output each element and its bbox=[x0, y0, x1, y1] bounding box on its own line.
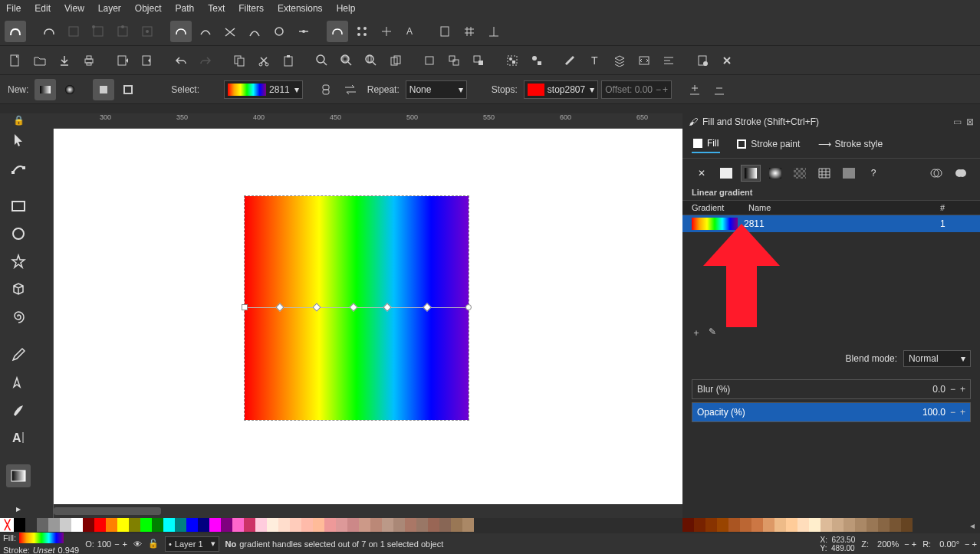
import-button[interactable] bbox=[112, 50, 133, 71]
group-button[interactable] bbox=[502, 50, 523, 71]
linear-gradient-button[interactable] bbox=[741, 165, 761, 182]
undo-button[interactable] bbox=[170, 50, 192, 71]
snap-others[interactable] bbox=[327, 21, 348, 42]
color-swatch[interactable] bbox=[439, 518, 451, 532]
snap-nodes[interactable] bbox=[170, 21, 192, 42]
new-linear-gradient-button[interactable] bbox=[35, 79, 56, 100]
color-swatch[interactable] bbox=[336, 518, 347, 532]
color-swatch[interactable] bbox=[428, 518, 439, 532]
text-dialog-button[interactable]: T bbox=[584, 50, 606, 71]
color-swatch[interactable] bbox=[855, 518, 867, 532]
ruler-horizontal[interactable]: 300 350 400 450 500 550 600 650 bbox=[54, 113, 682, 129]
color-swatch[interactable] bbox=[740, 518, 751, 532]
edit-gradient-button[interactable]: ✎ bbox=[709, 326, 716, 339]
color-swatch[interactable] bbox=[48, 518, 60, 532]
menu-view[interactable]: View bbox=[64, 3, 84, 14]
color-swatch[interactable] bbox=[728, 518, 740, 532]
ellipse-tool[interactable] bbox=[6, 222, 31, 245]
print-button[interactable] bbox=[78, 50, 100, 71]
select-original-button[interactable] bbox=[468, 50, 489, 71]
snap-page-border[interactable] bbox=[434, 21, 455, 42]
color-swatch[interactable] bbox=[175, 518, 186, 532]
rotation-control[interactable]: R: 0.00° − + bbox=[922, 539, 977, 549]
nonzero-button[interactable] bbox=[951, 165, 971, 182]
rectangle-tool[interactable] bbox=[6, 195, 31, 218]
color-swatch[interactable] bbox=[25, 518, 37, 532]
link-gradient-button[interactable] bbox=[315, 79, 337, 100]
color-swatch[interactable] bbox=[129, 518, 140, 532]
color-swatch[interactable] bbox=[809, 518, 821, 532]
export-button[interactable] bbox=[136, 50, 158, 71]
new-radial-gradient-button[interactable] bbox=[59, 79, 81, 100]
gradient-on-stroke-button[interactable] bbox=[117, 79, 139, 100]
star-tool[interactable] bbox=[6, 250, 31, 273]
layer-combo[interactable]: •Layer 1▾ bbox=[165, 536, 219, 552]
color-swatch[interactable] bbox=[106, 518, 117, 532]
panel-close-icon[interactable]: ⊠ bbox=[966, 116, 974, 127]
color-swatch[interactable] bbox=[209, 518, 221, 532]
add-gradient-button[interactable]: ＋ bbox=[692, 326, 701, 339]
ruler-vertical[interactable] bbox=[37, 129, 54, 518]
panel-minimize-icon[interactable]: ▭ bbox=[953, 116, 962, 127]
color-swatch[interactable] bbox=[705, 518, 717, 532]
color-swatch[interactable] bbox=[382, 518, 393, 532]
color-swatch[interactable] bbox=[901, 518, 913, 532]
snap-bbox-edge[interactable] bbox=[63, 21, 84, 42]
swatch-button[interactable] bbox=[839, 165, 859, 182]
color-swatch[interactable] bbox=[694, 518, 705, 532]
snap-bbox-corner[interactable] bbox=[87, 21, 109, 42]
snap-object-center[interactable] bbox=[351, 21, 373, 42]
snap-path-intersect[interactable] bbox=[219, 21, 241, 42]
zoom-control[interactable]: Z: 200% − + bbox=[861, 539, 916, 549]
blend-mode-combo[interactable]: Normal ▾ bbox=[903, 350, 971, 367]
color-swatch[interactable] bbox=[313, 518, 324, 532]
gradient-select-combo[interactable]: 2811 ▾ bbox=[224, 80, 303, 99]
tab-fill[interactable]: Fill bbox=[692, 135, 720, 153]
gradient-tool[interactable] bbox=[6, 464, 31, 487]
color-swatch[interactable] bbox=[60, 518, 71, 532]
menu-help[interactable]: Help bbox=[337, 3, 356, 14]
snap-bbox-center[interactable] bbox=[136, 21, 158, 42]
snap-cusp[interactable] bbox=[244, 21, 265, 42]
evenodd-button[interactable] bbox=[926, 165, 946, 182]
unlink-clone-button[interactable] bbox=[443, 50, 465, 71]
tab-stroke-paint[interactable]: Stroke paint bbox=[735, 135, 801, 153]
color-swatch[interactable] bbox=[832, 518, 844, 532]
gradient-list-row[interactable]: 2811 1 bbox=[682, 215, 980, 232]
fill-stroke-button[interactable] bbox=[560, 50, 581, 71]
mesh-button[interactable] bbox=[814, 165, 834, 182]
palette-menu-button[interactable]: ◂ bbox=[965, 518, 980, 533]
color-swatch[interactable] bbox=[278, 518, 290, 532]
color-swatch[interactable] bbox=[393, 518, 405, 532]
zoom-drawing-button[interactable] bbox=[336, 50, 357, 71]
color-swatch[interactable] bbox=[774, 518, 786, 532]
layers-button[interactable] bbox=[609, 50, 630, 71]
color-swatch[interactable] bbox=[462, 518, 474, 532]
redo-button[interactable] bbox=[195, 50, 216, 71]
flat-color-button[interactable] bbox=[716, 165, 736, 182]
duplicate-button[interactable] bbox=[385, 50, 406, 71]
color-swatch[interactable] bbox=[71, 518, 83, 532]
cut-button[interactable] bbox=[253, 50, 275, 71]
canvas[interactable] bbox=[54, 129, 682, 504]
menu-text[interactable]: Text bbox=[208, 3, 225, 14]
snap-smooth[interactable] bbox=[268, 21, 290, 42]
color-swatch[interactable] bbox=[290, 518, 301, 532]
color-swatch[interactable] bbox=[301, 518, 313, 532]
new-doc-button[interactable] bbox=[5, 50, 26, 71]
preferences-button[interactable] bbox=[716, 50, 738, 71]
snap-bbox-midpoint[interactable] bbox=[112, 21, 133, 42]
reverse-gradient-button[interactable] bbox=[340, 79, 361, 100]
3dbox-tool[interactable] bbox=[6, 277, 31, 300]
color-swatch[interactable] bbox=[186, 518, 198, 532]
snap-toggle[interactable] bbox=[5, 21, 26, 42]
color-swatch[interactable] bbox=[890, 518, 901, 532]
visibility-toggle[interactable]: 👁 bbox=[133, 539, 142, 549]
snap-path[interactable] bbox=[195, 21, 216, 42]
color-swatch[interactable] bbox=[717, 518, 728, 532]
menu-extensions[interactable]: Extensions bbox=[278, 3, 323, 14]
opacity-input[interactable]: Opacity (%) 100.0 −+ bbox=[692, 402, 971, 422]
snap-rotation-center[interactable] bbox=[376, 21, 397, 42]
color-swatch[interactable] bbox=[786, 518, 797, 532]
no-color-swatch[interactable]: ╳ bbox=[0, 518, 14, 532]
